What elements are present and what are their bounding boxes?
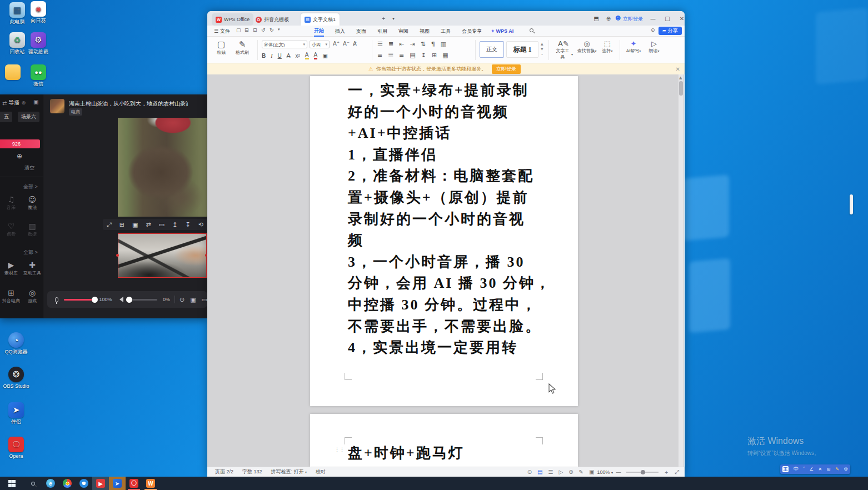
shading-icon[interactable]: ⊞ xyxy=(432,52,437,59)
help-icon[interactable]: ⊚ xyxy=(21,100,26,106)
desktop-icon-obs[interactable]: ❂ OBS Studio xyxy=(0,367,32,389)
scene-tab-five[interactable]: 五 xyxy=(0,112,12,122)
share-button[interactable]: ➦分享 xyxy=(659,27,682,35)
taskbar-red-app[interactable]: ▶ xyxy=(92,477,109,490)
zoom-value[interactable]: 100% ▾ xyxy=(597,469,613,475)
taskbar-wps[interactable]: W xyxy=(142,477,159,490)
login-link[interactable]: 立即登录 xyxy=(623,16,643,23)
device-sync-icon[interactable]: ⬒ xyxy=(590,11,603,26)
minimize-button[interactable]: — xyxy=(646,11,660,26)
font-color-button[interactable]: A xyxy=(314,52,318,59)
taskbar-search-button[interactable] xyxy=(23,477,42,490)
reset-icon[interactable]: ⟲ xyxy=(198,221,203,228)
tab-insert[interactable]: 插入 xyxy=(335,26,345,37)
zoom-in-icon[interactable]: ＋ xyxy=(664,468,669,476)
flip-icon[interactable]: ⇄ xyxy=(146,221,151,228)
close-button[interactable]: ✕ xyxy=(675,11,689,26)
scroll-thumb[interactable] xyxy=(679,81,683,96)
notice-login-button[interactable]: 立即登录 xyxy=(492,64,521,74)
spellcheck-status[interactable]: 拼写检查: 打开 ▾ xyxy=(271,468,307,476)
start-button[interactable] xyxy=(0,477,23,490)
zoom-out-icon[interactable]: — xyxy=(616,469,621,475)
expand-icon[interactable]: ⤢ xyxy=(107,221,112,228)
char-shading-button[interactable]: ▣ xyxy=(322,53,327,59)
ime-close-icon[interactable]: ✕ xyxy=(819,467,822,472)
account-icon[interactable]: ☻ xyxy=(615,15,621,21)
tab-tools[interactable]: 工具 xyxy=(441,26,451,37)
sort-icon[interactable]: ⇅ xyxy=(421,41,426,48)
mic-volume-slider[interactable] xyxy=(64,299,94,301)
notice-close-icon[interactable]: ✕ xyxy=(676,66,680,72)
tab-home[interactable]: 开始 xyxy=(314,26,324,37)
taskbar-live-companion[interactable]: ➤ xyxy=(109,477,126,490)
layer-down-icon[interactable]: ↧ xyxy=(185,221,190,228)
bold-button[interactable]: B xyxy=(262,53,266,59)
taskbar-chrome[interactable] xyxy=(59,477,76,490)
strike-button[interactable]: A xyxy=(287,53,291,59)
ai-write-button[interactable]: ✦AI帮写▾ xyxy=(624,39,643,54)
word-count[interactable]: 字数 132 xyxy=(242,468,262,476)
style-normal[interactable]: 正文 xyxy=(480,41,504,58)
tab-review[interactable]: 审阅 xyxy=(398,26,408,37)
fullscreen-icon[interactable]: ⊞ xyxy=(119,221,124,228)
scroll-up-icon[interactable]: ▲ xyxy=(679,76,682,80)
clear-button[interactable]: 清空 xyxy=(24,164,34,172)
clear-format-icon[interactable]: A̷ xyxy=(353,41,357,47)
all-link-1[interactable]: 全部 > xyxy=(23,183,38,191)
show-marks-icon[interactable]: ¶ xyxy=(431,41,435,48)
speaker-icon[interactable] xyxy=(119,297,123,302)
align-center-icon[interactable]: ☰ xyxy=(388,52,393,59)
all-link-2[interactable]: 全部 > xyxy=(23,249,38,256)
desktop-icon-wechat[interactable]: ●● 微信 xyxy=(22,64,54,87)
tab-wps-ai[interactable]: ✦WPS AI xyxy=(491,26,513,37)
ime-shape-icon[interactable]: ∠ xyxy=(810,467,814,472)
taskbar-browser-360[interactable] xyxy=(76,477,92,490)
paste-button[interactable]: ▢粘贴 xyxy=(213,39,230,56)
doc-tab-2[interactable]: D 抖音充棚板 xyxy=(252,13,293,26)
align-right-icon[interactable]: ≡ xyxy=(399,52,404,59)
style-heading1[interactable]: 标题 1 xyxy=(506,41,538,58)
score-bar[interactable]: 926 xyxy=(0,139,40,148)
ime-skin-icon[interactable]: ✎ xyxy=(835,467,839,472)
underline-button[interactable]: U xyxy=(278,53,282,59)
edge-panel-nub[interactable] xyxy=(850,194,853,214)
new-tab-button[interactable]: ＋ xyxy=(378,11,388,26)
format-painter-button[interactable]: ✎格式刷 xyxy=(233,39,252,56)
doc-scrollbar[interactable]: ▲ xyxy=(679,74,684,467)
tab-view[interactable]: 视图 xyxy=(420,26,430,37)
ime-punct-icon[interactable]: ’ xyxy=(804,467,805,472)
tool-media-library[interactable]: ▶素材库 xyxy=(1,260,21,276)
desktop-icon-remote[interactable]: ◉ 向日葵 xyxy=(22,1,54,23)
highlight-button[interactable]: A xyxy=(305,52,309,59)
taskbar-edge[interactable]: e xyxy=(42,477,59,490)
indent-decrease-icon[interactable]: ⇤ xyxy=(399,41,404,48)
tool-interactive[interactable]: ✚互动工具 xyxy=(22,260,42,276)
undo-icon[interactable]: ↺ xyxy=(261,27,266,33)
tool-stats[interactable]: ▥数据 xyxy=(22,221,42,237)
columns-icon[interactable]: ▥ xyxy=(441,41,446,48)
line-spacing-icon[interactable]: ↕ xyxy=(421,52,426,59)
tab-list-button[interactable]: ▾ xyxy=(390,11,397,26)
ime-settings-icon[interactable]: ⚙ xyxy=(844,467,848,472)
font-increase-icon[interactable]: A⁺ xyxy=(333,41,340,47)
ime-toolbar[interactable]: 王 中 ’ ∠ ✕ ⊞ ✎ ⚙ xyxy=(780,464,850,474)
tab-member[interactable]: 会员专享 xyxy=(462,26,482,37)
paragraph-drag-handle[interactable]: ⋮⋮ xyxy=(335,448,339,455)
text-tools-button[interactable]: A✎文字工具▾ xyxy=(554,39,573,60)
video-preview-selected[interactable] xyxy=(118,233,207,278)
highlight-mode-icon[interactable]: ⊙ xyxy=(527,469,532,475)
outline-mode-icon[interactable]: ☰ xyxy=(548,469,553,475)
bullet-list-icon[interactable]: ☰ xyxy=(377,41,383,48)
tool-music[interactable]: ♫音乐 xyxy=(1,194,21,211)
fullscreen-toggle-icon[interactable]: ⤢ xyxy=(675,469,679,476)
scene-tab-six[interactable]: 场景六 xyxy=(18,112,39,122)
web-mode-icon[interactable]: ⊕ xyxy=(568,469,573,475)
ribbon-collapse-icon[interactable]: ⊙ xyxy=(651,27,655,33)
fit-page-icon[interactable]: ▣ xyxy=(589,469,594,475)
desktop-icon-live-companion[interactable]: ➤ 伴侣 xyxy=(0,402,32,424)
video-preview-main[interactable] xyxy=(118,118,207,217)
desktop-icon-driver[interactable]: ⚙ 驱动总裁 xyxy=(22,32,54,54)
doc-tab-active[interactable]: ▤ 文字文稿1 xyxy=(301,13,340,26)
document-page-2[interactable]: ⋮⋮ 盘+时钟+跑马灯 xyxy=(310,414,578,467)
edit-mode-icon[interactable]: ✎ xyxy=(579,469,583,475)
